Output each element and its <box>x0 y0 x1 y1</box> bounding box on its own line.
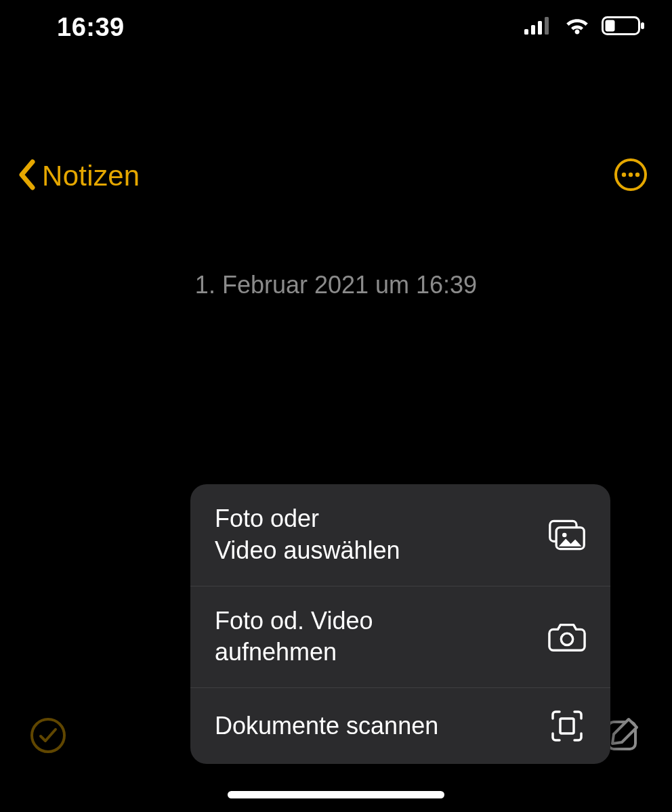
svg-rect-20 <box>560 719 574 733</box>
more-button[interactable] <box>614 159 648 193</box>
svg-rect-6 <box>641 22 644 29</box>
menu-item-label: Dokumente scannen <box>215 710 438 742</box>
menu-item-scan-documents[interactable]: Dokumente scannen <box>190 687 610 764</box>
ellipsis-circle-icon <box>614 158 648 194</box>
home-indicator[interactable] <box>228 791 444 798</box>
camera-icon <box>548 618 586 656</box>
status-icons <box>524 16 645 39</box>
svg-point-18 <box>562 533 567 538</box>
svg-rect-0 <box>524 29 528 35</box>
note-timestamp: 1. Februar 2021 um 16:39 <box>0 271 672 299</box>
svg-point-9 <box>629 173 633 177</box>
cellular-icon <box>524 17 553 37</box>
document-scan-icon <box>548 707 586 745</box>
back-label: Notizen <box>42 160 140 192</box>
menu-item-label: Foto oder Video auswählen <box>215 503 400 567</box>
nav-bar: Notizen <box>0 149 672 203</box>
svg-rect-2 <box>538 21 542 35</box>
menu-item-label: Foto od. Video aufnehmen <box>215 605 373 669</box>
status-bar: 16:39 <box>0 0 672 54</box>
status-time: 16:39 <box>57 13 125 42</box>
svg-rect-1 <box>531 25 535 35</box>
svg-point-19 <box>561 634 572 645</box>
svg-point-10 <box>635 173 639 177</box>
attach-menu: Foto oder Video auswählen Foto od. Video… <box>190 484 610 764</box>
menu-item-take-photo[interactable]: Foto od. Video aufnehmen <box>190 586 610 688</box>
svg-point-8 <box>622 173 626 177</box>
svg-rect-3 <box>545 17 549 35</box>
menu-item-choose-photo[interactable]: Foto oder Video auswählen <box>190 484 610 586</box>
battery-icon <box>602 16 645 38</box>
photo-library-icon <box>548 516 586 554</box>
svg-rect-5 <box>606 20 615 32</box>
wifi-icon <box>562 16 592 39</box>
chevron-left-icon <box>16 159 37 193</box>
back-button[interactable]: Notizen <box>16 159 140 193</box>
